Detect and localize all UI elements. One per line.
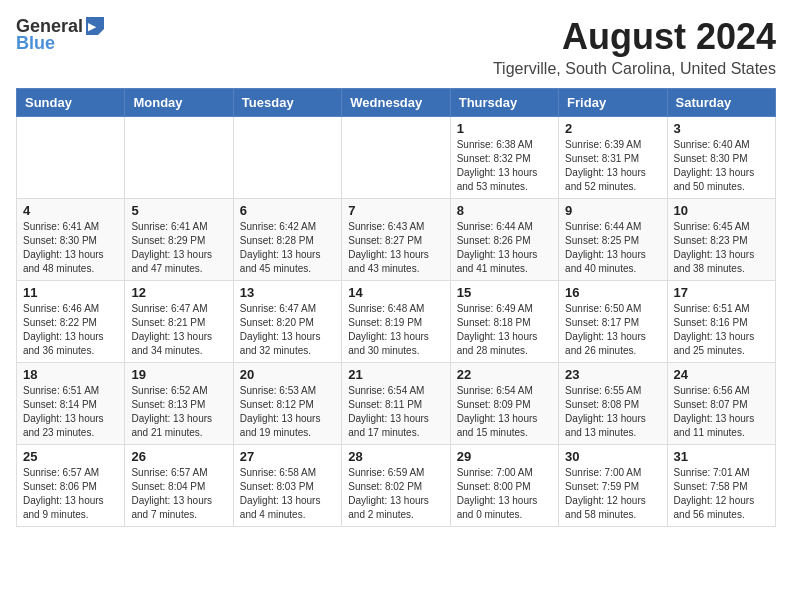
- location-subtitle: Tigerville, South Carolina, United State…: [493, 60, 776, 78]
- day-number: 23: [565, 367, 660, 382]
- calendar-cell: [233, 117, 341, 199]
- day-info: Sunrise: 6:59 AM Sunset: 8:02 PM Dayligh…: [348, 466, 443, 522]
- day-info: Sunrise: 6:51 AM Sunset: 8:16 PM Dayligh…: [674, 302, 769, 358]
- day-number: 11: [23, 285, 118, 300]
- day-number: 4: [23, 203, 118, 218]
- calendar-cell: 7Sunrise: 6:43 AM Sunset: 8:27 PM Daylig…: [342, 199, 450, 281]
- calendar-cell: 30Sunrise: 7:00 AM Sunset: 7:59 PM Dayli…: [559, 445, 667, 527]
- calendar-header-row: SundayMondayTuesdayWednesdayThursdayFrid…: [17, 89, 776, 117]
- day-info: Sunrise: 6:47 AM Sunset: 8:21 PM Dayligh…: [131, 302, 226, 358]
- calendar-week-4: 18Sunrise: 6:51 AM Sunset: 8:14 PM Dayli…: [17, 363, 776, 445]
- day-number: 14: [348, 285, 443, 300]
- day-number: 18: [23, 367, 118, 382]
- day-number: 25: [23, 449, 118, 464]
- calendar-cell: 3Sunrise: 6:40 AM Sunset: 8:30 PM Daylig…: [667, 117, 775, 199]
- day-number: 6: [240, 203, 335, 218]
- svg-text:▶: ▶: [88, 21, 97, 32]
- calendar-week-1: 1Sunrise: 6:38 AM Sunset: 8:32 PM Daylig…: [17, 117, 776, 199]
- calendar-cell: 14Sunrise: 6:48 AM Sunset: 8:19 PM Dayli…: [342, 281, 450, 363]
- logo-blue-text: Blue: [16, 33, 55, 54]
- day-number: 31: [674, 449, 769, 464]
- header: General ▶ Blue August 2024 Tigerville, S…: [16, 16, 776, 78]
- day-number: 30: [565, 449, 660, 464]
- day-number: 7: [348, 203, 443, 218]
- day-number: 19: [131, 367, 226, 382]
- day-info: Sunrise: 6:41 AM Sunset: 8:29 PM Dayligh…: [131, 220, 226, 276]
- day-number: 13: [240, 285, 335, 300]
- calendar-cell: 29Sunrise: 7:00 AM Sunset: 8:00 PM Dayli…: [450, 445, 558, 527]
- calendar-cell: 28Sunrise: 6:59 AM Sunset: 8:02 PM Dayli…: [342, 445, 450, 527]
- calendar-cell: 1Sunrise: 6:38 AM Sunset: 8:32 PM Daylig…: [450, 117, 558, 199]
- column-header-saturday: Saturday: [667, 89, 775, 117]
- day-info: Sunrise: 6:44 AM Sunset: 8:26 PM Dayligh…: [457, 220, 552, 276]
- day-info: Sunrise: 6:57 AM Sunset: 8:06 PM Dayligh…: [23, 466, 118, 522]
- calendar-week-3: 11Sunrise: 6:46 AM Sunset: 8:22 PM Dayli…: [17, 281, 776, 363]
- day-info: Sunrise: 6:52 AM Sunset: 8:13 PM Dayligh…: [131, 384, 226, 440]
- day-number: 1: [457, 121, 552, 136]
- day-info: Sunrise: 6:54 AM Sunset: 8:11 PM Dayligh…: [348, 384, 443, 440]
- column-header-thursday: Thursday: [450, 89, 558, 117]
- calendar-cell: 11Sunrise: 6:46 AM Sunset: 8:22 PM Dayli…: [17, 281, 125, 363]
- day-number: 5: [131, 203, 226, 218]
- day-number: 21: [348, 367, 443, 382]
- calendar-cell: 9Sunrise: 6:44 AM Sunset: 8:25 PM Daylig…: [559, 199, 667, 281]
- day-info: Sunrise: 6:42 AM Sunset: 8:28 PM Dayligh…: [240, 220, 335, 276]
- calendar-cell: [342, 117, 450, 199]
- day-number: 8: [457, 203, 552, 218]
- day-info: Sunrise: 6:41 AM Sunset: 8:30 PM Dayligh…: [23, 220, 118, 276]
- day-number: 28: [348, 449, 443, 464]
- day-info: Sunrise: 6:54 AM Sunset: 8:09 PM Dayligh…: [457, 384, 552, 440]
- calendar-cell: 2Sunrise: 6:39 AM Sunset: 8:31 PM Daylig…: [559, 117, 667, 199]
- day-info: Sunrise: 6:56 AM Sunset: 8:07 PM Dayligh…: [674, 384, 769, 440]
- day-number: 29: [457, 449, 552, 464]
- day-info: Sunrise: 6:48 AM Sunset: 8:19 PM Dayligh…: [348, 302, 443, 358]
- day-number: 15: [457, 285, 552, 300]
- day-number: 17: [674, 285, 769, 300]
- day-info: Sunrise: 6:53 AM Sunset: 8:12 PM Dayligh…: [240, 384, 335, 440]
- column-header-sunday: Sunday: [17, 89, 125, 117]
- calendar-cell: 27Sunrise: 6:58 AM Sunset: 8:03 PM Dayli…: [233, 445, 341, 527]
- day-info: Sunrise: 7:00 AM Sunset: 7:59 PM Dayligh…: [565, 466, 660, 522]
- logo-icon: ▶: [84, 15, 106, 37]
- calendar-cell: 6Sunrise: 6:42 AM Sunset: 8:28 PM Daylig…: [233, 199, 341, 281]
- day-info: Sunrise: 6:44 AM Sunset: 8:25 PM Dayligh…: [565, 220, 660, 276]
- day-info: Sunrise: 6:58 AM Sunset: 8:03 PM Dayligh…: [240, 466, 335, 522]
- day-number: 3: [674, 121, 769, 136]
- calendar-cell: 21Sunrise: 6:54 AM Sunset: 8:11 PM Dayli…: [342, 363, 450, 445]
- calendar-cell: 19Sunrise: 6:52 AM Sunset: 8:13 PM Dayli…: [125, 363, 233, 445]
- column-header-friday: Friday: [559, 89, 667, 117]
- day-number: 20: [240, 367, 335, 382]
- day-info: Sunrise: 7:01 AM Sunset: 7:58 PM Dayligh…: [674, 466, 769, 522]
- column-header-monday: Monday: [125, 89, 233, 117]
- day-info: Sunrise: 6:51 AM Sunset: 8:14 PM Dayligh…: [23, 384, 118, 440]
- calendar-cell: 12Sunrise: 6:47 AM Sunset: 8:21 PM Dayli…: [125, 281, 233, 363]
- day-number: 26: [131, 449, 226, 464]
- column-header-tuesday: Tuesday: [233, 89, 341, 117]
- day-number: 27: [240, 449, 335, 464]
- calendar-cell: [125, 117, 233, 199]
- calendar-cell: 22Sunrise: 6:54 AM Sunset: 8:09 PM Dayli…: [450, 363, 558, 445]
- calendar-cell: 8Sunrise: 6:44 AM Sunset: 8:26 PM Daylig…: [450, 199, 558, 281]
- day-info: Sunrise: 6:45 AM Sunset: 8:23 PM Dayligh…: [674, 220, 769, 276]
- calendar-cell: 24Sunrise: 6:56 AM Sunset: 8:07 PM Dayli…: [667, 363, 775, 445]
- day-number: 10: [674, 203, 769, 218]
- calendar-cell: 13Sunrise: 6:47 AM Sunset: 8:20 PM Dayli…: [233, 281, 341, 363]
- day-number: 24: [674, 367, 769, 382]
- calendar-cell: 16Sunrise: 6:50 AM Sunset: 8:17 PM Dayli…: [559, 281, 667, 363]
- calendar-cell: 20Sunrise: 6:53 AM Sunset: 8:12 PM Dayli…: [233, 363, 341, 445]
- day-info: Sunrise: 6:38 AM Sunset: 8:32 PM Dayligh…: [457, 138, 552, 194]
- logo: General ▶ Blue: [16, 16, 106, 54]
- calendar-cell: 10Sunrise: 6:45 AM Sunset: 8:23 PM Dayli…: [667, 199, 775, 281]
- day-number: 16: [565, 285, 660, 300]
- calendar-week-2: 4Sunrise: 6:41 AM Sunset: 8:30 PM Daylig…: [17, 199, 776, 281]
- day-info: Sunrise: 7:00 AM Sunset: 8:00 PM Dayligh…: [457, 466, 552, 522]
- title-area: August 2024 Tigerville, South Carolina, …: [493, 16, 776, 78]
- calendar-cell: [17, 117, 125, 199]
- day-info: Sunrise: 6:39 AM Sunset: 8:31 PM Dayligh…: [565, 138, 660, 194]
- calendar-cell: 23Sunrise: 6:55 AM Sunset: 8:08 PM Dayli…: [559, 363, 667, 445]
- calendar-cell: 26Sunrise: 6:57 AM Sunset: 8:04 PM Dayli…: [125, 445, 233, 527]
- calendar-cell: 25Sunrise: 6:57 AM Sunset: 8:06 PM Dayli…: [17, 445, 125, 527]
- month-year-title: August 2024: [493, 16, 776, 58]
- day-number: 2: [565, 121, 660, 136]
- day-info: Sunrise: 6:46 AM Sunset: 8:22 PM Dayligh…: [23, 302, 118, 358]
